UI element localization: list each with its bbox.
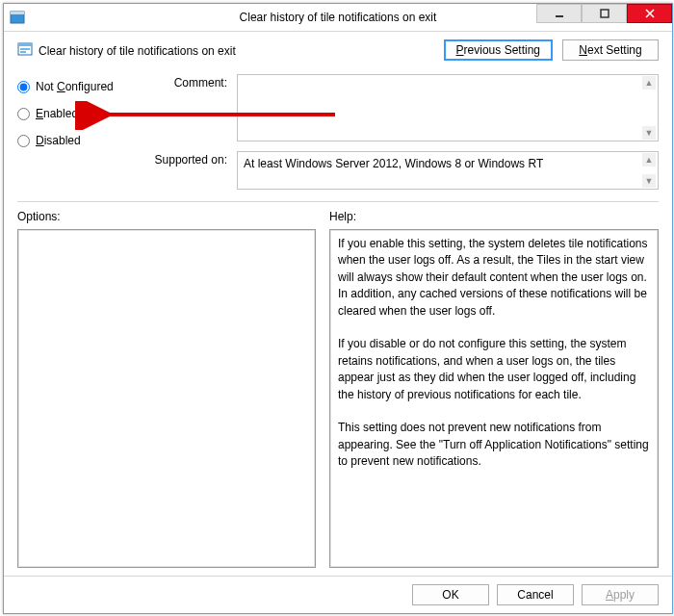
help-box[interactable]: If you enable this setting, the system d… [329,229,659,568]
state-and-fields: Not Configured Enabled Disabled Comment:… [17,74,659,190]
supported-scrollbar[interactable]: ▲ ▼ [641,153,657,188]
disabled-radio[interactable]: Disabled [17,134,143,147]
app-icon [10,10,25,25]
options-label: Options: [17,210,316,223]
cancel-button[interactable]: Cancel [497,584,574,605]
window-controls [536,4,672,31]
options-box[interactable] [17,229,316,568]
comment-scrollbar[interactable]: ▲ ▼ [641,76,657,140]
minimize-button[interactable] [536,4,582,23]
scroll-up-icon[interactable]: ▲ [642,76,656,90]
help-column: Help: If you enable this setting, the sy… [329,210,659,568]
options-help-split: Options: Help: If you enable this settin… [17,210,659,568]
svg-rect-7 [20,51,26,53]
scroll-down-icon[interactable]: ▼ [642,126,656,140]
disabled-label: Disabled [36,134,81,147]
supported-on-text: At least Windows Server 2012, Windows 8 … [244,157,543,170]
comment-field[interactable]: ▲ ▼ [237,74,659,141]
dialog-footer: OK Cancel Apply [4,576,672,613]
svg-rect-3 [601,10,609,17]
prev-next-buttons: Previous Setting Next Setting [444,39,659,61]
scroll-down-icon[interactable]: ▼ [642,174,656,188]
content-area: Clear history of tile notifications on e… [4,32,672,576]
svg-rect-5 [18,43,32,46]
apply-button[interactable]: Apply [582,584,659,605]
disabled-input[interactable] [17,135,30,147]
enabled-label: Enabled [36,107,78,120]
supported-on-field: At least Windows Server 2012, Windows 8 … [237,151,659,190]
supported-on-label: Supported on: [146,151,233,190]
enabled-radio[interactable]: Enabled [17,107,143,120]
svg-rect-1 [11,12,24,14]
comment-label: Comment: [146,74,233,141]
titlebar: Clear history of tile notifications on e… [4,4,672,32]
state-radio-group: Not Configured Enabled Disabled [17,74,143,190]
not-configured-input[interactable] [17,81,30,93]
policy-icon [17,41,33,60]
svg-rect-2 [556,15,563,17]
next-setting-button[interactable]: Next Setting [562,39,659,61]
policy-header: Clear history of tile notifications on e… [17,41,236,60]
header-row: Clear history of tile notifications on e… [17,41,659,61]
not-configured-label: Not Configured [36,80,114,93]
scroll-up-icon[interactable]: ▲ [642,153,656,167]
close-button[interactable] [627,4,672,23]
svg-rect-6 [20,48,30,50]
divider [17,201,659,202]
not-configured-radio[interactable]: Not Configured [17,80,143,93]
dialog-window: Clear history of tile notifications on e… [3,3,673,614]
help-text: If you enable this setting, the system d… [338,237,652,468]
enabled-input[interactable] [17,108,30,120]
maximize-button[interactable] [582,4,627,23]
options-column: Options: [17,210,316,568]
help-label: Help: [329,210,659,223]
previous-setting-button[interactable]: Previous Setting [444,39,553,61]
ok-button[interactable]: OK [412,584,489,605]
policy-title: Clear history of tile notifications on e… [39,44,236,58]
